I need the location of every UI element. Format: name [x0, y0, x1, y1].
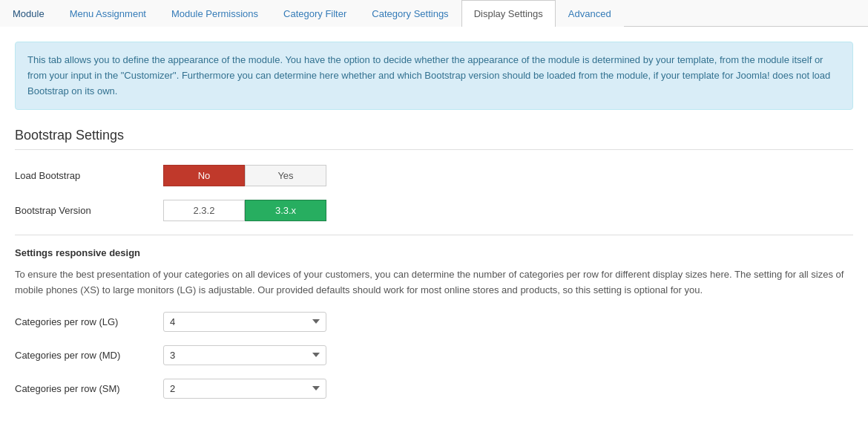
load-bootstrap-control: No Yes: [163, 165, 853, 186]
categories-md-control: 1 2 3 4 5 6: [163, 345, 853, 365]
categories-lg-label: Categories per row (LG): [15, 316, 163, 327]
page-container: Module Menu Assignment Module Permission…: [0, 0, 868, 441]
categories-lg-control: 1 2 3 4 5 6: [163, 312, 853, 332]
categories-sm-label: Categories per row (SM): [15, 383, 163, 394]
responsive-section-label: Settings responsive design: [15, 247, 853, 258]
categories-md-label: Categories per row (MD): [15, 350, 163, 361]
tab-category-settings[interactable]: Category Settings: [359, 0, 461, 27]
load-bootstrap-label: Load Bootstrap: [15, 170, 163, 181]
info-box: This tab allows you to define the appear…: [15, 42, 853, 110]
bootstrap-version-row: Bootstrap Version 2.3.2 3.3.x: [15, 200, 853, 221]
bootstrap-version-232-button[interactable]: 2.3.2: [163, 200, 245, 221]
tab-display-settings[interactable]: Display Settings: [461, 0, 556, 27]
content-area: This tab allows you to define the appear…: [0, 27, 868, 427]
bootstrap-version-33x-button[interactable]: 3.3.x: [245, 200, 326, 221]
categories-md-select[interactable]: 1 2 3 4 5 6: [163, 345, 326, 365]
bootstrap-section-heading: Bootstrap Settings: [15, 128, 853, 150]
load-bootstrap-row: Load Bootstrap No Yes: [15, 165, 853, 186]
tab-category-filter[interactable]: Category Filter: [271, 0, 359, 27]
categories-sm-row: Categories per row (SM) 1 2 3 4 5 6: [15, 379, 853, 399]
bootstrap-version-control: 2.3.2 3.3.x: [163, 200, 853, 221]
info-box-text: This tab allows you to define the appear…: [27, 54, 830, 97]
load-bootstrap-toggle: No Yes: [163, 165, 326, 186]
tab-advanced[interactable]: Advanced: [556, 0, 624, 27]
responsive-description: To ensure the best presentation of your …: [15, 267, 853, 298]
load-bootstrap-no-button[interactable]: No: [163, 165, 245, 186]
categories-lg-select[interactable]: 1 2 3 4 5 6: [163, 312, 326, 332]
bootstrap-version-toggle: 2.3.2 3.3.x: [163, 200, 326, 221]
categories-sm-select[interactable]: 1 2 3 4 5 6: [163, 379, 326, 399]
categories-sm-control: 1 2 3 4 5 6: [163, 379, 853, 399]
categories-lg-row: Categories per row (LG) 1 2 3 4 5 6: [15, 312, 853, 332]
categories-md-row: Categories per row (MD) 1 2 3 4 5 6: [15, 345, 853, 365]
tab-module[interactable]: Module: [0, 0, 57, 27]
load-bootstrap-yes-button[interactable]: Yes: [245, 165, 326, 186]
bootstrap-version-label: Bootstrap Version: [15, 205, 163, 216]
tab-bar: Module Menu Assignment Module Permission…: [0, 0, 868, 27]
section-divider: [15, 235, 853, 235]
tab-menu-assignment[interactable]: Menu Assignment: [57, 0, 159, 27]
tab-module-permissions[interactable]: Module Permissions: [159, 0, 271, 27]
